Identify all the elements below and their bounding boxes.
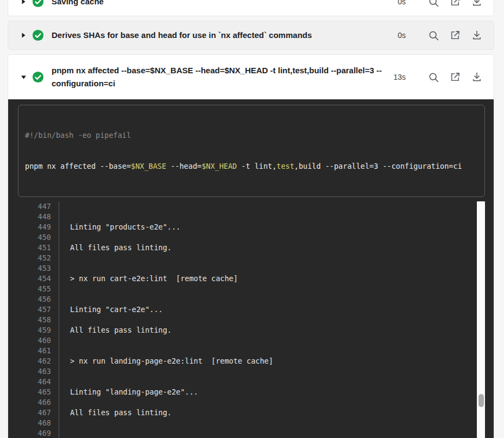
log-line: 448 xyxy=(18,212,485,222)
log-line: 466 xyxy=(18,397,485,408)
log-line-text xyxy=(59,428,485,438)
download-step-output-button[interactable] xyxy=(471,71,483,83)
log-line-number: 465 xyxy=(18,387,59,397)
step-title: Derives SHAs for base and head for use i… xyxy=(52,29,388,42)
download-step-output-button[interactable] xyxy=(471,29,483,41)
log-line-text xyxy=(59,418,485,428)
step-card-saving-cache: Saving cache 0s xyxy=(8,0,494,16)
log-line-number: 468 xyxy=(18,418,59,428)
command-token: --head= xyxy=(166,162,201,170)
log-line-number: 459 xyxy=(18,325,59,335)
search-icon xyxy=(428,30,439,41)
log-scrollbar-track[interactable] xyxy=(477,201,485,438)
log-line-text: All files pass linting. xyxy=(59,408,485,418)
log-line-number: 460 xyxy=(18,335,59,346)
download-icon xyxy=(471,30,482,41)
command-shebang: #!/bin/bash -eo pipefail xyxy=(25,130,478,141)
log-output[interactable]: 447 448 449 Linting "products-e2e"... 45… xyxy=(18,201,485,438)
log-line-number: 458 xyxy=(18,315,59,325)
step-duration: 0s xyxy=(398,31,406,40)
chevron-right-icon[interactable] xyxy=(19,33,28,38)
log-line-text xyxy=(59,284,485,294)
log-line: 469 xyxy=(18,428,485,438)
log-line: 455 xyxy=(18,284,485,294)
open-in-new-icon xyxy=(450,72,461,82)
search-icon xyxy=(428,72,439,83)
log-line-number: 447 xyxy=(18,201,59,212)
command-box: #!/bin/bash -eo pipefail pnpm nx affecte… xyxy=(18,105,485,197)
log-line: 452 xyxy=(18,253,485,263)
log-line: 462 > nx run landing-page-e2e:lint [remo… xyxy=(18,356,485,366)
log-line-number: 455 xyxy=(18,284,59,294)
log-line-number: 467 xyxy=(18,408,59,418)
log-line: 457 Linting "cart-e2e"... xyxy=(18,304,485,315)
search-step-button[interactable] xyxy=(427,29,439,41)
command-token-highlight: test xyxy=(276,162,294,170)
command-line: pnpm nx affected --base=$NX_BASE --head=… xyxy=(25,161,478,172)
success-check-icon xyxy=(32,0,44,8)
log-line-number: 448 xyxy=(18,212,59,222)
log-line-number: 462 xyxy=(18,356,59,366)
log-line-text: > nx run landing-page-e2e:lint [remote c… xyxy=(59,356,485,366)
log-line-text: Linting "landing-page-e2e"... xyxy=(59,387,485,397)
log-line: 459 All files pass linting. xyxy=(18,325,485,335)
command-token: pnpm nx affected --base= xyxy=(25,162,131,170)
log-line: 458 xyxy=(18,315,485,325)
log-line-number: 450 xyxy=(18,232,59,243)
command-token: -t lint, xyxy=(237,162,276,170)
log-line-text xyxy=(59,201,485,212)
step-header-saving-cache[interactable]: Saving cache 0s xyxy=(8,0,494,16)
log-line-text xyxy=(59,377,485,387)
log-line-text xyxy=(59,346,485,356)
log-line-number: 466 xyxy=(18,397,59,408)
log-line-number: 456 xyxy=(18,294,59,304)
step-output-terminal: #!/bin/bash -eo pipefail pnpm nx affecte… xyxy=(8,99,494,438)
log-line-number: 469 xyxy=(18,428,59,438)
log-line-text xyxy=(59,397,485,408)
download-icon xyxy=(471,72,482,82)
log-line: 447 xyxy=(18,201,485,212)
open-step-in-new-tab-button[interactable] xyxy=(449,71,461,83)
open-step-in-new-tab-button[interactable] xyxy=(449,29,461,41)
log-scrollbar-thumb[interactable] xyxy=(478,394,484,407)
step-header-derive-shas[interactable]: Derives SHAs for base and head for use i… xyxy=(8,21,494,49)
log-line-text xyxy=(59,212,485,222)
log-line-text xyxy=(59,232,485,243)
search-icon xyxy=(428,0,439,8)
log-line-text: Linting "cart-e2e"... xyxy=(59,304,485,315)
log-line: 468 xyxy=(18,418,485,428)
step-card-nx-affected-lint-test-build: pnpm nx affected --base=$NX_BASE --head=… xyxy=(8,54,494,438)
log-line: 453 xyxy=(18,263,485,274)
log-line-number: 463 xyxy=(18,366,59,377)
download-icon xyxy=(471,0,482,7)
log-line: 451 All files pass linting. xyxy=(18,243,485,253)
build-steps-panel: Saving cache 0s Derives SHAs for base an… xyxy=(0,0,504,438)
log-line-text: Linting "products-e2e"... xyxy=(59,222,485,232)
log-line-text xyxy=(59,294,485,304)
chevron-down-icon[interactable] xyxy=(19,74,28,80)
log-line-number: 453 xyxy=(18,263,59,274)
log-lines: 447 448 449 Linting "products-e2e"... 45… xyxy=(18,201,485,438)
search-step-button[interactable] xyxy=(427,0,439,8)
log-line-text: > nx run cart-e2e:lint [remote cache] xyxy=(59,274,485,284)
log-line-text: All files pass linting. xyxy=(59,243,485,253)
download-step-output-button[interactable] xyxy=(471,0,483,8)
log-line: 454 > nx run cart-e2e:lint [remote cache… xyxy=(18,274,485,284)
step-duration: 0s xyxy=(398,0,406,6)
open-step-in-new-tab-button[interactable] xyxy=(449,0,461,8)
log-line: 463 xyxy=(18,366,485,377)
log-line-number: 452 xyxy=(18,253,59,263)
step-title: Saving cache xyxy=(52,0,388,8)
chevron-right-icon[interactable] xyxy=(19,0,28,4)
log-line-text xyxy=(59,366,485,377)
log-line: 465 Linting "landing-page-e2e"... xyxy=(18,387,485,397)
open-in-new-icon xyxy=(450,0,461,7)
log-line: 449 Linting "products-e2e"... xyxy=(18,222,485,232)
log-line-number: 464 xyxy=(18,377,59,387)
step-header-nx-affected-lint-test-build[interactable]: pnpm nx affected --base=$NX_BASE --head=… xyxy=(8,55,494,99)
log-line: 456 xyxy=(18,294,485,304)
step-card-derive-shas: Derives SHAs for base and head for use i… xyxy=(8,21,494,50)
log-line-text: All files pass linting. xyxy=(59,325,485,335)
search-step-button[interactable] xyxy=(427,71,439,83)
log-line-text xyxy=(59,263,485,274)
